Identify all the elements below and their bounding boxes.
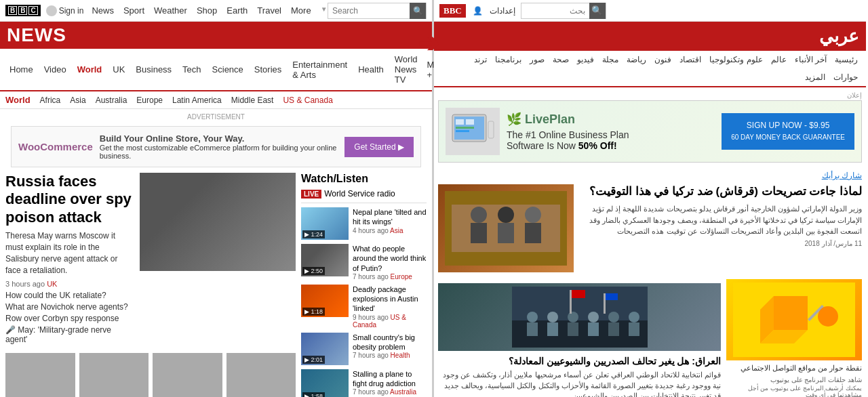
nav-health[interactable]: Health [353,59,389,80]
story-link-2[interactable]: Row over Corbyn spy response [5,314,134,323]
more-arrow: ▼ [321,5,328,16]
arabic-nav-14[interactable]: المزيد [801,68,829,86]
arabic-nav-10[interactable]: صور [526,51,549,68]
svg-rect-3 [466,119,474,125]
search-button[interactable]: 🔍 [410,3,426,19]
bbc-news-title: NEWS [7,24,66,45]
live-radio-text: World Service radio [324,189,395,198]
story-link-3[interactable]: 🎤 May: 'Military-grade nerve agent' [5,325,134,344]
arabic-settings[interactable]: إعدادات [490,6,515,16]
arabic-nav-8[interactable]: فيديو [573,51,598,68]
play-icon-4: ▶ 1:58 [302,392,325,397]
subnav-middle-east[interactable]: Middle East [231,96,274,105]
subnav-europe[interactable]: Europe [136,96,163,105]
arabic-second-story-body: قوائم انتخابية للاتحاد الوطني العراقي تع… [438,370,721,397]
bbc-news-bar: NEWS [0,22,432,49]
story-link-1[interactable]: What are Novichok nerve agents? [5,302,134,312]
ad-label: ADVERTISEMENT [5,113,427,121]
bottom-story-3[interactable]: Wounded 'to be evacuated from Syria sieg… [226,353,296,397]
arabic-nav-1[interactable]: آخر الأنباء [791,51,831,68]
nav-video[interactable]: Video [39,59,72,80]
liveplan-content: 🌿 LivePlan The #1 Online Business Plan S… [507,112,715,151]
bottom-stories: Trump blocks biggest tech takeover He ci… [5,353,296,397]
nav-science[interactable]: Science [207,59,249,80]
nav-shop[interactable]: Shop [197,5,217,16]
arabic-nav-5[interactable]: فنون [650,51,675,68]
share-link[interactable]: شارك برأيك [438,171,862,180]
watch-item-0[interactable]: ▶ 1:24 Nepal plane 'tilted and hit its w… [301,207,427,240]
arabic-nav-11[interactable]: برنامجنا [491,51,526,68]
watch-item-2[interactable]: ▶ 1:18 Deadly package explosions in Aust… [301,285,427,329]
subnav-world[interactable]: World [5,95,31,105]
nav-news[interactable]: News [92,5,114,16]
svg-rect-5 [456,130,469,132]
nav-weather[interactable]: Weather [154,5,187,16]
svg-rect-29 [527,322,538,336]
main-story-meta: 3 hours ago UK [5,280,134,288]
arabic-user-icon[interactable]: 👤 [473,6,483,16]
arabic-main-story-title[interactable]: لماذا جاءت تصريحات (قرقاش) ضد تركيا في ه… [579,184,862,199]
bottom-story-1[interactable]: Nepal survivors describe air crash horro… [79,353,149,397]
nav-tech[interactable]: Tech [177,59,206,80]
nav-more[interactable]: More [291,5,311,16]
right-ad-container: إعلان 🌿 LivePlan [438,91,862,163]
nav-earth[interactable]: Earth [226,5,248,16]
nav-world[interactable]: World [72,59,108,80]
arabic-nav-4[interactable]: اقتصاد [675,51,705,68]
story-image-tech [5,353,75,397]
nav-uk[interactable]: UK [107,59,130,80]
subnav-latin-america[interactable]: Latin America [172,96,222,105]
arabic-video-sub-1: شاهد حلقات البرنامج على يوتيوب يمكنك أرش… [726,376,862,397]
watch-item-4[interactable]: ▶ 1:58 Stalling a plane to fight drug ad… [301,369,427,397]
arabic-nav-9[interactable]: صحة [549,51,573,68]
watch-thumb-1: ▶ 2:50 [301,244,349,276]
sign-in-button[interactable]: Sign in [46,5,84,16]
arabic-second-story: العراق: هل يغير تحالف الصدريين والشيوعيي… [438,279,721,397]
nav-entertainment[interactable]: Entertainment & Arts [287,54,353,85]
svg-point-13 [525,207,541,223]
main-content: Watch/Listen LIVE World Service radio ▶ … [0,173,432,397]
arabic-search-input[interactable] [521,6,589,16]
bbc-logo[interactable]: BBC [5,5,41,16]
story-link-0[interactable]: How could the UK retaliate? [5,291,134,300]
watch-item-1[interactable]: ▶ 2:50 What do people around the world t… [301,244,427,280]
arabic-nav-0[interactable]: رئيسية [831,51,862,68]
get-started-button[interactable]: Get Started ▶ [344,137,414,157]
nav-sport[interactable]: Sport [123,5,144,16]
arabic-video-thumb-1[interactable] [726,279,862,360]
bottom-story-0[interactable]: Trump blocks biggest tech takeover He ci… [5,353,75,397]
liveplan-signup-button[interactable]: SIGN UP NOW - $9.95 60 DAY MONEY BACK GU… [722,113,854,150]
arabic-second-story-title[interactable]: العراق: هل يغير تحالف الصدريين والشيوعيي… [438,355,721,367]
bottom-story-2[interactable]: Luxury goods 'illegally sent to N Korea'… [153,353,222,397]
nav-stories[interactable]: Stories [249,59,287,80]
nav-home[interactable]: Home [4,59,39,80]
right-panel: 🔍 إعدادات 👤 BBC عربي رئيسية آخر الأنباء … [434,0,866,397]
search-bar[interactable]: 🔍 [328,3,427,19]
live-radio[interactable]: LIVE World Service radio [301,189,427,198]
play-icon-2: ▶ 1:18 [302,308,325,316]
main-story-title[interactable]: Russia faces deadline over spy poison at… [5,173,134,226]
arabic-top-bar: 🔍 إعدادات 👤 BBC [434,0,866,22]
arabic-nav-13[interactable]: حوارات [829,68,862,86]
nav-business[interactable]: Business [130,59,177,80]
subnav-us-canada[interactable]: US & Canada [283,96,332,105]
right-ad-note: إعلان [438,91,862,99]
subnav-australia[interactable]: Australia [96,96,127,105]
arabic-nav-7[interactable]: مجلة [598,51,623,68]
arabic-nav-3[interactable]: علوم وتكنولوجيا [705,51,766,68]
arabic-search-button[interactable]: 🔍 [589,3,606,19]
subnav-asia[interactable]: Asia [70,96,85,105]
arabic-search-bar[interactable]: 🔍 [521,3,606,19]
svg-point-9 [471,207,487,223]
subnav-africa[interactable]: Africa [40,96,61,105]
watch-item-text-4: Stalling a plane to fight drug addiction… [353,369,427,396]
arabic-nav-12[interactable]: ترند [470,51,491,68]
nav-travel[interactable]: Travel [257,5,281,16]
play-icon-3: ▶ 2:01 [302,356,325,364]
search-input[interactable] [328,6,410,16]
watch-items-list: ▶ 1:24 Nepal plane 'tilted and hit its w… [301,203,427,397]
arabic-nav-6[interactable]: رياضة [623,51,650,68]
sub-nav: World Africa Asia Australia Europe Latin… [0,91,432,109]
watch-item-3[interactable]: ▶ 2:01 Small country's big obesity probl… [301,333,427,365]
arabic-nav-2[interactable]: عالم [767,51,791,68]
